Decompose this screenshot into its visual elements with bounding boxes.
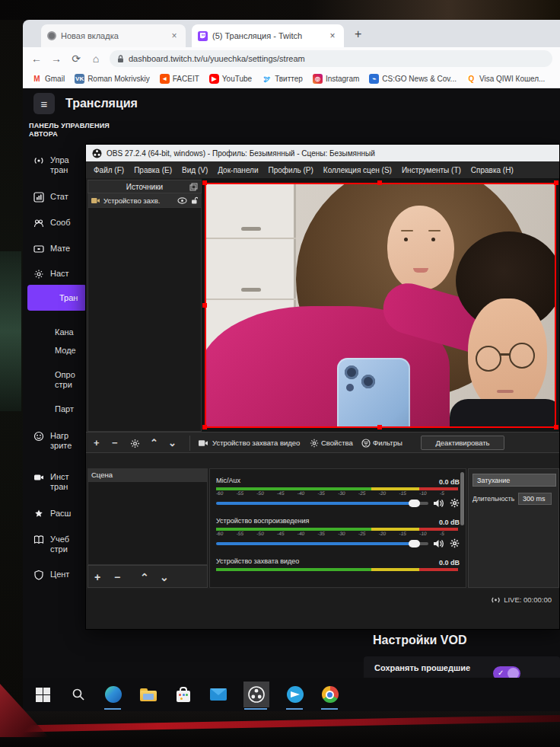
obs-titlebar[interactable]: OBS 27.2.4 (64-bit, windows) - Профиль: …	[86, 145, 559, 161]
back-icon[interactable]: ←	[30, 53, 43, 65]
forward-icon[interactable]: →	[50, 53, 62, 65]
menu-profile[interactable]: Профиль (P)	[269, 166, 313, 174]
source-properties-gear-icon[interactable]	[130, 439, 140, 449]
bookmark-twitter[interactable]: 🕊 Твиттер	[262, 74, 303, 84]
sidebar-item-community[interactable]: Сооб	[33, 218, 70, 228]
sidebar-item-channel[interactable]: Кана	[55, 327, 74, 337]
bookmark-qiwi[interactable]: Q Visa QIWI Кошел...	[466, 74, 545, 84]
browser-tab-newtab[interactable]: Новая вкладка ×	[41, 24, 186, 47]
properties-gear-icon[interactable]	[310, 439, 319, 448]
add-scene-button[interactable]: +	[94, 571, 100, 583]
sources-list[interactable]	[88, 207, 202, 432]
sidebar-item-partner[interactable]: Парт	[55, 404, 74, 414]
home-icon[interactable]: ⌂	[90, 53, 102, 65]
lock-open-icon[interactable]	[191, 196, 198, 204]
move-scene-up-button[interactable]: ⌃	[140, 571, 149, 583]
browser-tab-bar: Новая вкладка × (5) Трансляция - Twitch …	[23, 20, 560, 47]
slider-knob[interactable]	[409, 540, 420, 547]
selection-handle[interactable]	[202, 425, 207, 429]
sidebar-item-stream-guide[interactable]: Учебстри	[33, 535, 69, 554]
selection-handle[interactable]	[202, 180, 207, 185]
tab-close-icon[interactable]: ×	[169, 30, 180, 41]
sidebar-item-settings[interactable]: Наст	[33, 269, 69, 279]
slider-knob[interactable]	[409, 500, 420, 507]
bookmark-csgo-news[interactable]: ⌁ CS:GO News & Cov...	[369, 74, 457, 84]
search-button[interactable]	[68, 685, 88, 704]
menu-edit[interactable]: Правка (E)	[134, 166, 172, 174]
sidebar-item-stream-active[interactable]: Тран	[27, 285, 87, 311]
move-source-up-button[interactable]: ⌃	[150, 437, 158, 449]
move-source-down-button[interactable]: ⌄	[168, 437, 177, 449]
bookmark-youtube[interactable]: ▶ YouTube	[209, 74, 252, 84]
selection-handle[interactable]	[202, 303, 207, 308]
menu-docks[interactable]: Док-панели	[218, 166, 258, 174]
scene-item[interactable]: Сцена	[88, 468, 208, 481]
deactivate-label: Деактивировать	[435, 439, 489, 447]
menu-tools[interactable]: Инструменты (T)	[402, 166, 461, 174]
scenes-list[interactable]	[88, 481, 208, 565]
sidebar-item-stream-tools[interactable]: Инсттран	[33, 472, 69, 492]
address-bar[interactable]: dashboard.twitch.tv/u/yuuechka/settings/…	[110, 50, 552, 67]
move-scene-down-button[interactable]: ⌄	[160, 571, 169, 583]
taskbar-chrome[interactable]	[320, 685, 339, 704]
deactivate-button[interactable]: Деактивировать	[421, 436, 504, 450]
sidebar-item-viewer-rewards[interactable]: Нагрзрите	[33, 431, 72, 451]
browser-tab-twitch[interactable]: (5) Трансляция - Twitch ×	[192, 24, 344, 47]
hamburger-menu-icon[interactable]: ≡	[33, 93, 55, 114]
dock-icon[interactable]	[189, 183, 198, 191]
visibility-eye-icon[interactable]	[177, 197, 187, 204]
add-source-button[interactable]: +	[94, 437, 100, 449]
start-button[interactable]	[33, 685, 52, 704]
transition-type-select[interactable]: Затухание	[473, 474, 556, 487]
sidebar-item-stats[interactable]: Стат	[33, 192, 68, 203]
sidebar-item-polls[interactable]: Опростри	[55, 370, 75, 390]
remove-source-button[interactable]: −	[112, 437, 118, 449]
channel-gear-icon[interactable]	[450, 498, 460, 508]
menu-view[interactable]: Вид (V)	[182, 166, 208, 174]
bookmark-gmail[interactable]: M Gmail	[32, 74, 65, 84]
reload-icon[interactable]: ⟳	[70, 53, 82, 65]
taskbar-store[interactable]	[173, 685, 192, 704]
sidebar-item-moderation[interactable]: Моде	[55, 346, 76, 356]
duration-input[interactable]: 300 ms	[518, 493, 552, 505]
sidebar-item-safety-center[interactable]: Цент	[33, 570, 69, 580]
live-status: LIVE: 00:00:00	[491, 595, 552, 604]
sidebar-item-extensions[interactable]: Расш	[33, 509, 71, 519]
taskbar-telegram[interactable]	[285, 685, 304, 704]
menu-scene-collection[interactable]: Коллекция сцен (S)	[323, 166, 392, 174]
bookmark-faceit[interactable]: ◄ FACEIT	[160, 74, 199, 84]
selection-handle[interactable]	[554, 180, 558, 185]
mixer-channel-mic: Mic/Aux 0.0 dB -60-55-50-45-40-35-30-25-…	[216, 472, 460, 508]
taskbar-file-explorer[interactable]	[138, 685, 158, 704]
selection-handle[interactable]	[554, 425, 558, 429]
sidebar-item-stream-manager[interactable]: Упратран	[33, 155, 69, 175]
webcam-preview[interactable]	[205, 183, 556, 428]
new-tab-button[interactable]: +	[355, 27, 361, 41]
bookmark-instagram[interactable]: ◎ Instagram	[313, 74, 359, 84]
filters-button[interactable]: Фильтры	[373, 439, 402, 447]
filters-icon[interactable]	[361, 439, 371, 448]
speaker-icon[interactable]	[434, 499, 444, 508]
source-item-video-capture[interactable]: Устройство захв.	[88, 193, 202, 207]
selection-handle[interactable]	[377, 425, 382, 429]
menu-help[interactable]: Справка (H)	[471, 166, 514, 174]
mixer-scrollbar[interactable]	[460, 472, 464, 525]
speaker-icon[interactable]	[434, 539, 444, 548]
taskbar-obs[interactable]	[243, 682, 269, 707]
obs-status-bar: LIVE: 00:00:00	[86, 589, 559, 629]
selection-handle[interactable]	[377, 180, 382, 185]
sidebar-item-content[interactable]: Мате	[33, 244, 70, 254]
tab-close-icon[interactable]: ×	[327, 30, 338, 41]
properties-button[interactable]: Свойства	[321, 439, 353, 447]
volume-slider[interactable]	[216, 542, 428, 545]
menu-file[interactable]: Файл (F)	[94, 166, 124, 174]
photo-iphone	[337, 358, 410, 428]
taskbar-edge[interactable]	[103, 685, 123, 704]
remove-scene-button[interactable]: −	[114, 571, 120, 583]
sources-panel-header[interactable]: Источники	[88, 180, 202, 193]
sidebar-item-label: Наст	[50, 269, 69, 279]
taskbar-mail[interactable]	[208, 685, 228, 704]
volume-slider[interactable]	[216, 502, 428, 505]
channel-gear-icon[interactable]	[450, 538, 460, 548]
bookmark-vk[interactable]: VK Roman Mokrivskiy	[75, 74, 150, 84]
